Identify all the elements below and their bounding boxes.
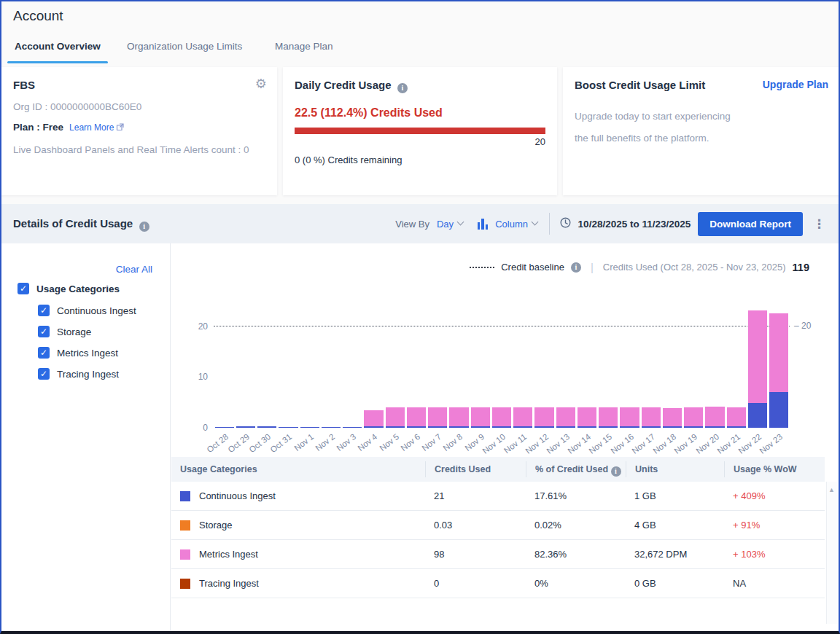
units-value: 0 GB <box>626 578 724 589</box>
chevron-down-icon <box>531 218 538 225</box>
checkbox-checked-icon[interactable]: ✓ <box>18 283 29 294</box>
table-row-tracing-ingest[interactable]: Tracing Ingest 0 0% 0 GB NA <box>171 569 825 598</box>
col-units[interactable]: Units <box>626 461 724 477</box>
chart-bar-segment <box>449 407 468 426</box>
chart-type-select[interactable]: Column <box>495 219 538 230</box>
boost-card: Boost Credit Usage Limit Upgrade Plan Up… <box>563 67 840 195</box>
info-icon[interactable]: i <box>397 83 408 93</box>
chart-bar[interactable] <box>343 427 362 428</box>
col-credits-used[interactable]: Credits Used <box>425 461 526 477</box>
legend-divider: | <box>591 261 594 273</box>
checkbox-checked-icon[interactable]: ✓ <box>38 347 50 359</box>
chart-bar[interactable] <box>386 407 405 428</box>
scroll-up-icon[interactable]: ▲ <box>828 486 835 493</box>
chart-bar[interactable] <box>534 407 553 428</box>
chart-bar-segment <box>471 407 490 426</box>
usage-table: Usage Categories Credits Used % of Credi… <box>171 457 825 598</box>
y-axis-tick: 10 <box>198 372 208 382</box>
table-row-metrics-ingest[interactable]: Metrics Ingest 98 82.36% 32,672 DPM + 10… <box>171 540 825 569</box>
chart-bar-segment <box>727 407 746 426</box>
boost-line-1: Upgrade today to start experiencing <box>575 109 828 125</box>
chart-bar[interactable] <box>449 407 468 428</box>
table-row-continuous-ingest[interactable]: Continuous Ingest 21 17.61% 1 GB + 409% <box>171 482 825 511</box>
chevron-down-icon <box>456 218 464 225</box>
checkbox-checked-icon[interactable]: ✓ <box>38 326 50 337</box>
page-title: Account <box>13 8 63 24</box>
chart-bar[interactable] <box>727 407 746 428</box>
download-report-button[interactable]: Download Report <box>698 212 803 236</box>
live-count: Live Dashboard Panels and Real Time Aler… <box>13 144 265 155</box>
chart-bar[interactable] <box>748 310 767 428</box>
plan-label: Plan : Free <box>13 122 63 133</box>
chart-bar[interactable] <box>428 407 447 428</box>
chart-bar[interactable] <box>364 410 383 428</box>
tab-organization-usage-limits[interactable]: Organization Usage Limits <box>127 41 242 52</box>
chart-bar[interactable] <box>556 407 575 428</box>
view-by-select[interactable]: Day <box>437 219 464 230</box>
chart-bar[interactable] <box>279 427 298 428</box>
chart-bar[interactable] <box>599 407 618 428</box>
chart-bar-segment <box>769 313 788 392</box>
chart-bar[interactable] <box>215 427 234 428</box>
tab-manage-plan[interactable]: Manage Plan <box>275 41 333 52</box>
chart-bar-segment <box>343 427 362 428</box>
date-range[interactable]: 10/28/2025 to 11/23/2025 <box>578 219 691 230</box>
chart-bar[interactable] <box>322 427 341 428</box>
chart-bar[interactable] <box>513 407 532 428</box>
chart-bar-segment <box>684 426 703 428</box>
info-icon[interactable]: i <box>571 262 581 273</box>
chart-bar[interactable] <box>663 408 682 428</box>
chart-bar[interactable] <box>492 407 511 428</box>
wow-value: + 103% <box>724 549 825 560</box>
chart-bar[interactable] <box>236 426 255 428</box>
learn-more-link[interactable]: Learn More <box>69 122 114 133</box>
credits-bar-chart: 01020– 20Oct 28Oct 29Oct 30Oct 31Nov 1No… <box>193 300 820 446</box>
info-icon[interactable]: i <box>611 466 621 477</box>
chart-panel: Credit baseline i | Credits Used (Oct 28… <box>171 243 839 633</box>
details-content: Clear All ✓ Usage Categories ✓ Continuou… <box>1 243 839 633</box>
col-usage-wow[interactable]: Usage % WoW <box>724 461 825 477</box>
chart-bar-segment <box>471 426 490 428</box>
chart-bar[interactable] <box>471 407 490 428</box>
chart-bar[interactable] <box>300 427 319 428</box>
tab-account-overview[interactable]: Account Overview <box>15 41 101 52</box>
table-scrollbar[interactable]: ▲ <box>826 482 837 624</box>
chart-bar[interactable] <box>769 313 788 428</box>
filter-tracing-ingest[interactable]: ✓ Tracing Ingest <box>38 368 119 380</box>
chart-bar[interactable] <box>620 407 639 428</box>
chart-bar-segment <box>428 426 447 428</box>
checkbox-checked-icon[interactable]: ✓ <box>38 368 50 380</box>
info-icon[interactable]: i <box>139 222 149 232</box>
chart-bar[interactable] <box>642 407 661 428</box>
chart-bar[interactable] <box>407 407 426 428</box>
series-color-swatch <box>180 520 190 531</box>
filter-storage[interactable]: ✓ Storage <box>38 326 91 337</box>
chart-bar-segment <box>407 426 426 428</box>
upgrade-plan-link[interactable]: Upgrade Plan <box>763 79 828 90</box>
chart-bar[interactable] <box>705 407 724 428</box>
checkbox-checked-icon[interactable]: ✓ <box>38 305 50 316</box>
chart-bar-segment <box>257 426 276 428</box>
wow-value: + 409% <box>724 490 825 501</box>
chart-bar-segment <box>236 426 255 428</box>
chart-bar[interactable] <box>578 407 596 428</box>
category-label: Continuous Ingest <box>199 490 276 501</box>
filter-usage-categories[interactable]: ✓ Usage Categories <box>18 283 120 294</box>
credits-remaining-text: 0 (0 %) Credits remaining <box>295 154 545 165</box>
chart-bar[interactable] <box>257 426 276 428</box>
percent-value: 82.36% <box>526 549 626 560</box>
filter-metrics-ingest[interactable]: ✓ Metrics Ingest <box>38 347 118 359</box>
chart-bar-segment <box>215 427 234 428</box>
daily-usage-title: Daily Credit Usage i <box>295 79 545 93</box>
col-percent-credit-used[interactable]: % of Credit Used i <box>526 461 626 477</box>
clear-all-link[interactable]: Clear All <box>116 264 152 275</box>
view-by-label: View By <box>395 219 429 230</box>
gear-icon[interactable]: ⚙ <box>255 77 267 90</box>
table-row-storage[interactable]: Storage 0.03 0.02% 4 GB + 91% <box>171 511 825 540</box>
chart-bar-segment <box>578 407 596 426</box>
filter-continuous-ingest[interactable]: ✓ Continuous Ingest <box>38 305 136 316</box>
col-usage-categories[interactable]: Usage Categories <box>171 461 425 477</box>
kebab-menu-icon[interactable]: ⋮ <box>810 216 828 232</box>
chart-bar[interactable] <box>684 407 703 428</box>
clock-icon <box>560 217 571 230</box>
